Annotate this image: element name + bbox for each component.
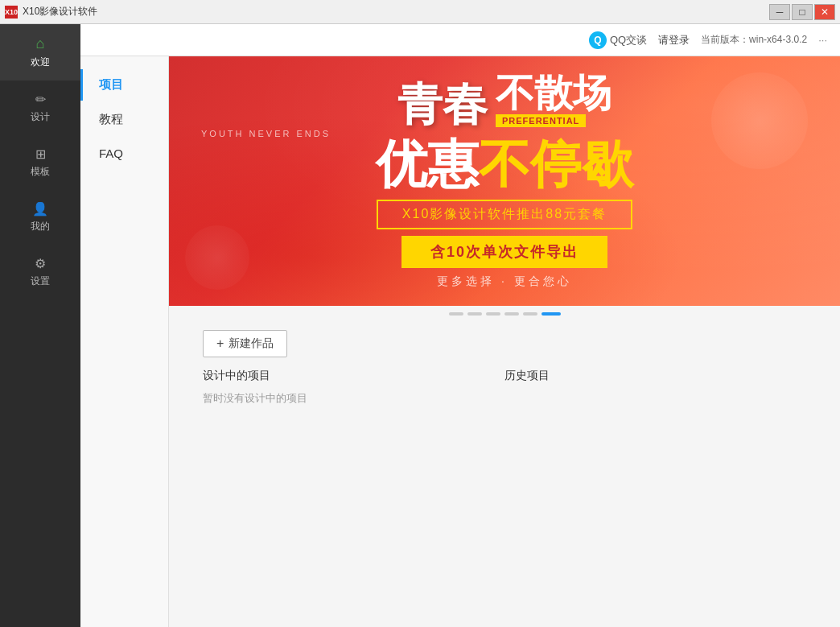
new-project-button[interactable]: + 新建作品 [203, 330, 287, 357]
sidebar-label-design: 设计 [31, 110, 50, 124]
titlebar: X10 X10影像设计软件 ─ □ ✕ [0, 0, 840, 24]
banner-dot-5[interactable] [523, 312, 537, 316]
sidebar-item-settings[interactable]: ⚙ 设置 [0, 245, 80, 299]
login-button[interactable]: 请登录 [658, 33, 690, 47]
banner-line2-normal: 优惠 [376, 138, 479, 190]
project-col-history: 历史项目 [504, 369, 806, 406]
pencil-icon: ✏ [35, 92, 46, 107]
layers-icon: ⊞ [35, 146, 46, 162]
topbar: Q QQ交谈 请登录 当前版本：win-x64-3.0.2 ··· [80, 24, 840, 56]
banner-package-text: X10影像设计软件推出88元套餐 [377, 200, 632, 229]
titlebar-buttons: ─ □ ✕ [769, 4, 835, 20]
project-columns: 设计中的项目 暂时没有设计中的项目 历史项目 [203, 369, 806, 406]
titlebar-left: X10 X10影像设计软件 [5, 5, 97, 19]
content-area: Q QQ交谈 请登录 当前版本：win-x64-3.0.2 ··· 项目 教程 … [80, 24, 840, 627]
sidebar-item-welcome[interactable]: ⌂ 欢迎 [0, 24, 80, 80]
app-container: ⌂ 欢迎 ✏ 设计 ⊞ 模板 👤 我的 ⚙ 设置 Q QQ交谈 请登录 当前 [0, 24, 840, 627]
banner-dot-2[interactable] [467, 312, 482, 316]
app-icon: X10 [5, 6, 18, 19]
version-label: 当前版本：win-x64-3.0.2 [701, 33, 807, 47]
sidebar-label-settings: 设置 [31, 274, 50, 288]
project-col-in-progress: 设计中的项目 暂时没有设计中的项目 [203, 369, 504, 406]
sidebar-label-welcome: 欢迎 [31, 56, 50, 69]
gear-icon: ⚙ [35, 256, 46, 271]
banner-cta-button[interactable]: 含10次单次文件导出 [401, 236, 607, 268]
minimize-button[interactable]: ─ [769, 4, 790, 20]
subnav-item-project[interactable]: 项目 [80, 69, 168, 101]
banner-dots [169, 306, 840, 322]
sidebar-item-mine[interactable]: 👤 我的 [0, 190, 80, 245]
plus-icon: + [216, 336, 224, 351]
subnav: 项目 教程 FAQ [80, 56, 169, 627]
home-icon: ⌂ [36, 35, 45, 52]
in-progress-empty: 暂时没有设计中的项目 [203, 391, 504, 406]
main-content: 青春 不散场 PREFERENTIAL YOUTH NEVER ENDS 优惠 [169, 56, 840, 627]
qq-icon: Q [589, 31, 607, 49]
banner-title-right: 不散场 PREFERENTIAL [496, 74, 611, 127]
new-project-label: 新建作品 [229, 336, 274, 351]
user-icon: 👤 [32, 201, 48, 217]
banner-second-row: 优惠 不停歇 [193, 138, 816, 190]
banner-content: 青春 不散场 PREFERENTIAL YOUTH NEVER ENDS 优惠 [169, 66, 840, 297]
banner-footer-text: 更多选择 · 更合您心 [193, 274, 816, 289]
subnav-item-faq[interactable]: FAQ [80, 138, 168, 168]
banner-dot-3[interactable] [486, 312, 500, 316]
banner-title-right-text: 不散场 [496, 74, 611, 113]
banner-dot-4[interactable] [504, 312, 519, 316]
banner-preferential-badge: PREFERENTIAL [496, 114, 586, 127]
history-title: 历史项目 [504, 369, 806, 383]
banner-title-left: 青春 [397, 82, 488, 127]
sidebar-item-design[interactable]: ✏ 设计 [0, 80, 80, 135]
in-progress-title: 设计中的项目 [203, 369, 504, 383]
titlebar-title: X10影像设计软件 [23, 5, 97, 19]
close-button[interactable]: ✕ [814, 4, 835, 20]
more-options-button[interactable]: ··· [818, 34, 827, 46]
restore-button[interactable]: □ [792, 4, 813, 20]
main-area: 项目 教程 FAQ 青春 [80, 56, 840, 627]
banner: 青春 不散场 PREFERENTIAL YOUTH NEVER ENDS 优惠 [169, 56, 840, 306]
banner-dot-1[interactable] [449, 312, 463, 316]
banner-dot-6[interactable] [541, 312, 561, 316]
sidebar-label-template: 模板 [31, 165, 50, 179]
sidebar-label-mine: 我的 [31, 220, 50, 233]
sidebar-item-template[interactable]: ⊞ 模板 [0, 135, 80, 190]
banner-line2-highlight: 不停歇 [479, 138, 633, 190]
subnav-item-tutorial[interactable]: 教程 [80, 104, 168, 135]
project-section: + 新建作品 设计中的项目 暂时没有设计中的项目 历史项目 [187, 322, 822, 414]
banner-title-row: 青春 不散场 PREFERENTIAL [193, 74, 816, 127]
sidebar: ⌂ 欢迎 ✏ 设计 ⊞ 模板 👤 我的 ⚙ 设置 [0, 24, 80, 627]
qq-button[interactable]: Q QQ交谈 [589, 31, 647, 49]
qq-label: QQ交谈 [610, 33, 647, 47]
